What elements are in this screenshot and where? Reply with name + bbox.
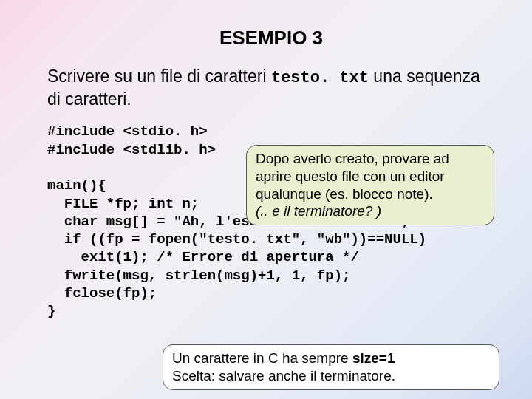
- code-line-5: FILE *fp; int n;: [47, 196, 199, 212]
- code-line-2: #include <stdlib. h>: [47, 142, 216, 158]
- code-line-8: exit(1); /* Errore di apertura */: [47, 249, 359, 265]
- callout1-line4: (.. e il terminatore? ): [256, 203, 381, 219]
- code-line-7: if ((fp = fopen("testo. txt", "wb"))==NU…: [47, 231, 426, 248]
- callout-top: Dopo averlo creato, provare ad aprire qu…: [246, 145, 494, 225]
- callout2-line1b: size=1: [352, 350, 395, 366]
- intro-filename: testo. txt: [271, 69, 369, 87]
- intro-part1: Scrivere su un file di caratteri: [47, 66, 271, 86]
- callout1-line1: Dopo averlo creato, provare ad: [256, 151, 449, 166]
- callout1-line3: qualunque (es. blocco note).: [256, 186, 433, 202]
- code-line-4: main(){: [47, 177, 106, 194]
- slide-title: ESEMPIO 3: [47, 27, 495, 50]
- callout1-line2: aprire questo file con un editor: [256, 168, 445, 184]
- callout-bottom: Un carattere in C ha sempre size=1 Scelt…: [163, 344, 499, 390]
- callout2-line2: Scelta: salvare anche il terminatore.: [172, 368, 395, 383]
- code-line-10: fclose(fp);: [47, 285, 157, 301]
- code-line-11: }: [47, 303, 55, 319]
- intro-text: Scrivere su un file di caratteri testo. …: [47, 66, 495, 109]
- slide: ESEMPIO 3 Scrivere su un file di caratte…: [0, 0, 532, 399]
- code-line-9: fwrite(msg, strlen(msg)+1, 1, fp);: [47, 267, 350, 284]
- callout2-line1a: Un carattere in C ha sempre: [172, 350, 352, 366]
- code-line-1: #include <stdio. h>: [47, 123, 208, 140]
